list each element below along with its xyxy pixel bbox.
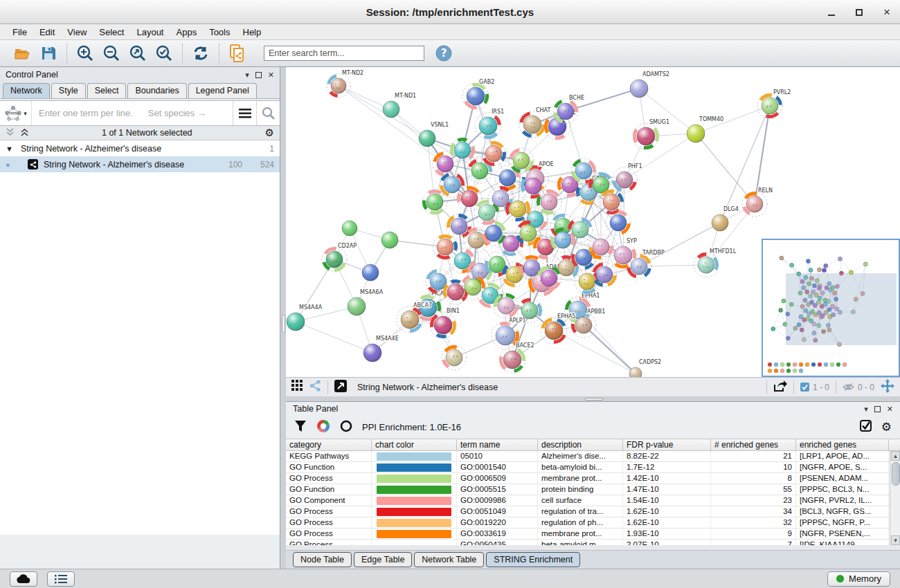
node[interactable] [606, 210, 631, 235]
node-MT-ND2[interactable] [780, 256, 784, 260]
node-MS4A4A[interactable] [771, 327, 775, 331]
node-PHF1[interactable]: PHF1 [612, 163, 642, 192]
scroll-down-icon[interactable]: ▼ [891, 535, 900, 545]
detach-view-icon[interactable] [334, 380, 347, 395]
share-view-icon[interactable] [309, 380, 321, 394]
cloud-tasks-button[interactable] [10, 571, 37, 587]
node[interactable] [433, 151, 458, 176]
node-ADAMTS2[interactable] [838, 257, 842, 261]
menu-file[interactable]: File [7, 26, 33, 39]
close-panel-icon[interactable]: ✕ [268, 71, 274, 80]
column-header-0[interactable]: category [286, 439, 372, 450]
zoom-fit-icon[interactable] [128, 44, 147, 63]
node-MT-ND1[interactable] [790, 263, 794, 267]
reset-charts-icon[interactable] [340, 420, 352, 435]
node-PVRL2[interactable]: PVRL2 [757, 89, 791, 118]
table-float-icon[interactable] [874, 406, 881, 412]
node-MS4A4E[interactable]: MS4A4E [363, 336, 399, 362]
node-GAB2[interactable] [806, 259, 810, 264]
menu-help[interactable]: Help [237, 26, 267, 39]
collection-expand-icon[interactable]: ▼ [6, 145, 21, 153]
minimize-icon[interactable] [825, 6, 838, 19]
node-BCHE[interactable] [824, 264, 828, 268]
node-ACHE[interactable] [822, 268, 826, 273]
string-query-placeholder[interactable]: Enter one term per line. [32, 108, 133, 118]
filter-icon[interactable] [294, 420, 307, 435]
table-row[interactable]: GO ProcessGO:0019220regulation of ph...1… [286, 517, 900, 529]
column-header-1[interactable]: chart color [372, 439, 457, 450]
node-TOMM40[interactable]: TOMM40 [687, 116, 723, 143]
node[interactable] [568, 217, 593, 242]
menu-edit[interactable]: Edit [34, 26, 60, 39]
tab-node-table[interactable]: Node Table [293, 552, 352, 567]
help-icon[interactable]: ? [434, 44, 453, 63]
node-IRS1[interactable] [809, 268, 813, 273]
zoom-in-icon[interactable] [75, 44, 95, 63]
node-VSNL1[interactable]: VSNL1 [419, 122, 449, 147]
node-CADPS2[interactable]: CADPS2 [629, 359, 661, 377]
network-options-gear-icon[interactable]: ⚙ [265, 127, 274, 139]
node-SMUG1[interactable]: SMUG1 [633, 119, 669, 149]
birdseye-viewport-rect[interactable] [786, 273, 897, 345]
node-MT-ND2[interactable]: MT-ND2 [327, 70, 363, 98]
node-GAB2[interactable]: GAB2 [462, 79, 494, 109]
fit-content-icon[interactable] [881, 379, 894, 396]
tab-string-enrichment[interactable]: STRING Enrichment [486, 552, 580, 567]
node-MS4A6A[interactable]: MS4A6A [348, 289, 384, 315]
refresh-network-icon[interactable] [191, 44, 210, 63]
network-item-row[interactable]: ● String Network - Alzheimer's disease 1… [0, 156, 280, 172]
menu-layout[interactable]: Layout [131, 26, 169, 39]
open-session-icon[interactable] [12, 44, 32, 63]
table-vertical-scrollbar[interactable]: ▲ ▼ [890, 451, 900, 545]
node[interactable] [433, 235, 458, 259]
table-row[interactable]: GO ProcessGO:0033619membrane prot...1.93… [286, 529, 900, 540]
tab-select[interactable]: Select [87, 83, 127, 98]
column-header-2[interactable]: term name [457, 439, 538, 450]
birdseye-view[interactable] [762, 239, 900, 377]
table-close-icon[interactable]: ✕ [887, 405, 893, 414]
table-row[interactable]: GO ProcessGO:0050435beta-amyloid m...2.0… [286, 540, 900, 545]
network-collection-row[interactable]: ▼ String Network - Alzheimer's disease 1 [0, 140, 280, 156]
node[interactable] [442, 345, 467, 370]
tab-network[interactable]: Network [3, 83, 50, 98]
column-header-3[interactable]: description [538, 439, 623, 450]
menu-view[interactable]: View [62, 26, 92, 39]
node[interactable] [571, 245, 596, 270]
node-MTHFD1L[interactable]: MTHFD1L [694, 248, 737, 277]
search-input[interactable] [264, 46, 424, 61]
float-panel-icon[interactable] [255, 72, 262, 78]
export-network-icon[interactable] [773, 380, 787, 395]
string-options-icon[interactable] [233, 101, 256, 125]
node[interactable] [342, 221, 357, 236]
table-panel-menu-icon[interactable]: ▾ [864, 405, 868, 414]
clone-network-icon[interactable] [228, 44, 247, 63]
string-logo-icon[interactable]: STRING ▾ [0, 101, 32, 125]
node-MS4A4A[interactable]: MS4A4A [287, 304, 323, 331]
column-header-4[interactable]: FDR p-value [623, 439, 711, 450]
horizontal-splitter[interactable] [286, 396, 900, 401]
node-CHAT[interactable] [817, 268, 821, 272]
column-header-6[interactable]: enriched genes [796, 439, 889, 450]
column-header-5[interactable]: # enriched genes [711, 439, 796, 450]
grid-view-icon[interactable] [291, 380, 303, 394]
node-DLG4[interactable]: DLG4 [712, 206, 739, 231]
table-row[interactable]: GO FunctionGO:0005515protein binding1.47… [286, 484, 900, 495]
tab-edge-table[interactable]: Edge Table [354, 552, 412, 567]
zoom-selected-icon[interactable] [154, 44, 174, 63]
table-row[interactable]: GO FunctionGO:0001540beta-amyloid bi...1… [286, 462, 900, 473]
maximize-icon[interactable] [853, 6, 865, 19]
node[interactable] [362, 264, 379, 281]
node[interactable] [509, 148, 534, 173]
node-BACE2[interactable]: BACE2 [499, 342, 534, 373]
node-CD2AP[interactable]: CD2AP [322, 243, 357, 272]
expand-all-icon[interactable] [20, 127, 29, 139]
node-CD2AP[interactable] [779, 308, 783, 312]
node[interactable] [447, 214, 471, 239]
node-MT-ND1[interactable]: MT-ND1 [383, 93, 416, 118]
tab-legend-panel[interactable]: Legend Panel [188, 83, 257, 98]
enrichment-settings-gear-icon[interactable]: ⚙ [881, 420, 892, 434]
table-row[interactable]: GO ProcessGO:0051049regulation of tra...… [286, 506, 900, 517]
table-row[interactable]: KEGG Pathways05010Alzheimer's dise...8.8… [286, 451, 900, 462]
string-dropdown-caret[interactable]: ▾ [24, 110, 27, 117]
menu-apps[interactable]: Apps [171, 26, 203, 39]
